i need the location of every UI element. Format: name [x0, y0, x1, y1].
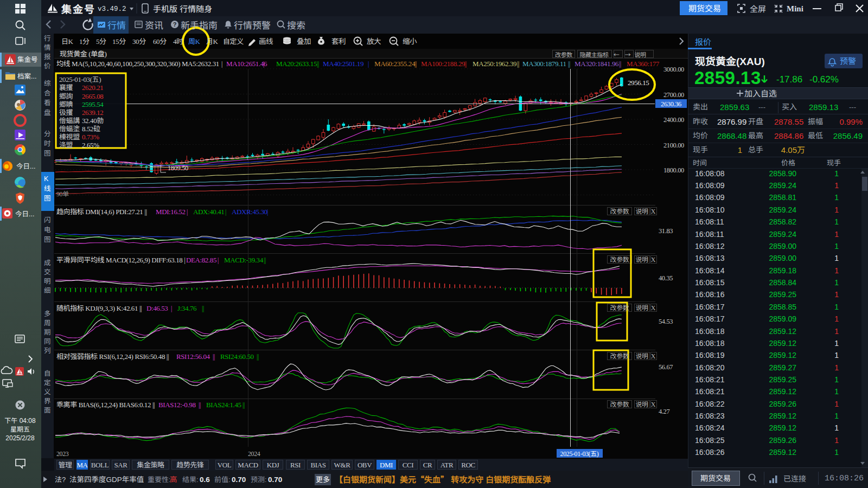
- svg-text:?: ?: [173, 21, 177, 28]
